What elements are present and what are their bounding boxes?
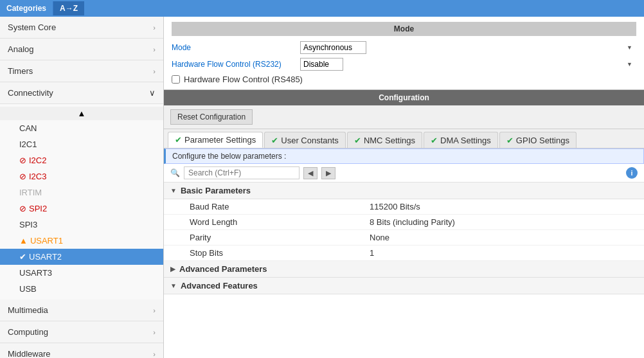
next-button[interactable]: ▶: [321, 167, 335, 179]
tab-user-constants[interactable]: ✔ User Constants: [264, 132, 346, 148]
right-panel: Mode Mode Asynchronous Hardware Flow Con…: [164, 17, 644, 358]
tab-parameter-settings[interactable]: ✔ Parameter Settings: [168, 132, 263, 148]
tab-label: GPIO Settings: [516, 136, 569, 145]
basic-params-header[interactable]: ▼ Basic Parameters: [164, 183, 644, 199]
item-label: USART1: [30, 236, 63, 246]
mode-section: Mode Mode Asynchronous Hardware Flow Con…: [164, 17, 644, 90]
sidebar-item-label: System Core: [8, 22, 56, 32]
chevron-right-icon: ›: [153, 307, 156, 314]
tabs-row: ✔ Parameter Settings ✔ User Constants ✔ …: [164, 129, 644, 148]
chevron-right-icon: ›: [153, 67, 156, 75]
search-input[interactable]: [184, 166, 300, 179]
tab-nmc-settings[interactable]: ✔ NMC Settings: [347, 132, 422, 148]
tab-categories[interactable]: Categories: [0, 1, 53, 15]
chevron-right-icon: ›: [153, 24, 156, 31]
sidebar-item-label: Computing: [8, 327, 48, 337]
param-row-stop-bits: Stop Bits 1: [164, 246, 644, 261]
sidebar-subitem-spi3[interactable]: SPI3: [0, 217, 163, 233]
tab-dma-settings[interactable]: ✔ DMA Settings: [424, 132, 498, 148]
sidebar-item-label: Middleware: [8, 349, 50, 358]
sidebar-subitem-usb[interactable]: USB: [0, 281, 163, 297]
configure-bar: Configure the below parameters :: [164, 148, 644, 164]
param-name: Parity: [190, 233, 370, 242]
sidebar-subitem-i2c2[interactable]: ⊘ I2C2: [0, 152, 163, 168]
sidebar-item-analog[interactable]: Analog ›: [0, 39, 163, 60]
item-label: I2C1: [19, 139, 37, 149]
item-label: IRTIM: [19, 188, 42, 197]
chevron-down-icon: ▼: [170, 282, 177, 289]
tab-check-icon: ✔: [431, 136, 438, 145]
prev-button[interactable]: ◀: [303, 167, 318, 179]
sidebar-item-timers[interactable]: Timers ›: [0, 60, 163, 82]
sidebar-subitem-can[interactable]: CAN: [0, 120, 163, 136]
warning-icon: ▲: [19, 236, 28, 246]
mode-select[interactable]: Asynchronous: [300, 41, 366, 54]
hw-flow-rs232-row: Hardware Flow Control (RS232) Disable: [172, 58, 636, 71]
sidebar-subitem-i2c3[interactable]: ⊘ I2C3: [0, 168, 163, 184]
tab-gpio-settings[interactable]: ✔ GPIO Settings: [499, 132, 577, 148]
error-icon: ⊘: [19, 204, 26, 213]
tab-az[interactable]: A→Z: [53, 1, 84, 15]
sidebar-item-computing[interactable]: Computing ›: [0, 321, 163, 343]
error-icon: ⊘: [19, 172, 26, 181]
chevron-down-icon: ▼: [170, 187, 177, 194]
item-label: USART2: [29, 252, 62, 262]
error-icon: ⊘: [19, 156, 26, 165]
sidebar-subitem-usart1[interactable]: ▲ USART1: [0, 233, 163, 249]
param-row-baud-rate: Baud Rate 115200 Bits/s: [164, 199, 644, 215]
item-label: SPI2: [29, 204, 47, 213]
sidebar-subitem-i2c1[interactable]: I2C1: [0, 136, 163, 152]
mode-header: Mode: [172, 22, 636, 36]
chevron-right-icon: ›: [153, 328, 156, 336]
active-check-icon: ✔: [19, 252, 26, 262]
tab-label: User Constants: [281, 136, 339, 145]
chevron-down-icon: ∨: [149, 88, 156, 98]
section-title: Advanced Parameters: [179, 264, 267, 274]
advanced-features-header[interactable]: ▼ Advanced Features: [164, 278, 644, 294]
sidebar: System Core › Analog › Timers › Connecti…: [0, 17, 164, 358]
info-button[interactable]: i: [626, 167, 638, 179]
sidebar-item-connectivity[interactable]: Connectivity ∨: [0, 82, 163, 104]
hw-flow-rs232-select[interactable]: Disable: [300, 58, 343, 71]
chevron-right-icon: ›: [153, 46, 156, 53]
config-header: Configuration: [164, 90, 644, 105]
sidebar-subitem-usart2[interactable]: ✔ USART2: [0, 249, 163, 265]
params-section: ▼ Basic Parameters Baud Rate 115200 Bits…: [164, 183, 644, 358]
param-value: 115200 Bits/s: [370, 202, 420, 211]
sidebar-item-label: Timers: [8, 66, 33, 76]
search-bar: 🔍 ◀ ▶ i: [164, 164, 644, 183]
mode-select-wrapper: Asynchronous: [300, 41, 636, 54]
mode-label: Mode: [172, 43, 300, 52]
tab-check-icon: ✔: [506, 136, 514, 145]
search-icon: 🔍: [170, 168, 180, 177]
tab-check-icon: ✔: [175, 135, 182, 145]
tab-check-icon: ✔: [354, 136, 361, 145]
sidebar-item-label: Analog: [8, 44, 33, 54]
param-name: Word Length: [190, 217, 370, 227]
param-value: 1: [370, 248, 374, 258]
param-value: None: [370, 233, 389, 242]
reset-configuration-button[interactable]: Reset Configuration: [170, 109, 253, 125]
sidebar-item-label: Connectivity: [8, 88, 53, 98]
main-container: System Core › Analog › Timers › Connecti…: [0, 17, 644, 358]
item-label: USB: [19, 284, 37, 294]
sidebar-item-middleware[interactable]: Middleware ›: [0, 343, 163, 358]
item-label: I2C2: [29, 156, 46, 165]
up-arrow-icon: ▲: [78, 109, 86, 118]
sidebar-subitem-spi2[interactable]: ⊘ SPI2: [0, 201, 163, 217]
param-name: Stop Bits: [190, 248, 370, 258]
sidebar-subitem-irtim[interactable]: IRTIM: [0, 184, 163, 201]
sidebar-item-label: Multimedia: [8, 305, 48, 315]
hw-flow-rs232-label: Hardware Flow Control (RS232): [172, 60, 300, 69]
scroll-up-arrow[interactable]: ▲: [0, 107, 163, 120]
sidebar-item-system-core[interactable]: System Core ›: [0, 17, 163, 39]
hw-flow-rs485-checkbox[interactable]: [172, 75, 180, 84]
param-row-word-length: Word Length 8 Bits (including Parity): [164, 215, 644, 230]
item-label: USART3: [19, 268, 52, 278]
sidebar-subitem-usart3[interactable]: USART3: [0, 265, 163, 281]
top-bar: Categories A→Z: [0, 0, 644, 17]
chevron-right-icon: ›: [153, 350, 156, 358]
hw-flow-rs485-label: Hardware Flow Control (RS485): [184, 75, 303, 84]
sidebar-item-multimedia[interactable]: Multimedia ›: [0, 300, 163, 321]
advanced-params-header[interactable]: ▶ Advanced Parameters: [164, 261, 644, 278]
